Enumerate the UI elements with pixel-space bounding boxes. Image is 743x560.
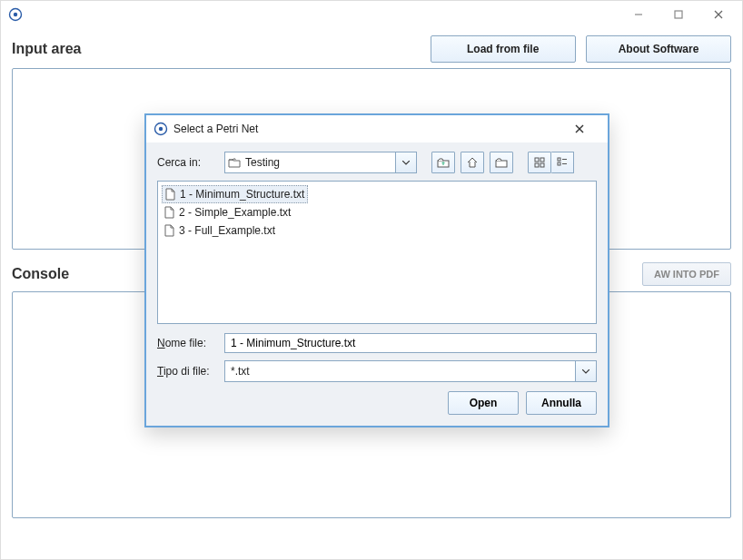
maximize-button[interactable] bbox=[659, 2, 698, 27]
chevron-down-icon[interactable] bbox=[575, 361, 596, 381]
cancel-button[interactable]: Annulla bbox=[526, 391, 597, 415]
home-button[interactable] bbox=[461, 152, 484, 173]
svg-rect-14 bbox=[535, 163, 539, 167]
grid-icon bbox=[534, 157, 545, 168]
list-view-button[interactable] bbox=[528, 152, 551, 173]
svg-rect-13 bbox=[540, 158, 544, 162]
draw-into-pdf-button[interactable]: AW INTO PDF bbox=[642, 262, 731, 286]
svg-rect-3 bbox=[675, 11, 682, 18]
chevron-down-icon[interactable] bbox=[395, 152, 416, 172]
minimize-button[interactable] bbox=[619, 2, 659, 27]
file-item[interactable]: 1 - Minimum_Structure.txt bbox=[162, 185, 308, 203]
look-in-combo[interactable]: Testing bbox=[224, 152, 417, 173]
file-type-combo[interactable]: *.txt bbox=[224, 360, 597, 382]
svg-rect-11 bbox=[496, 161, 507, 167]
file-type-value: *.txt bbox=[225, 365, 575, 378]
new-folder-button[interactable] bbox=[490, 152, 513, 173]
up-one-level-button[interactable] bbox=[431, 152, 455, 173]
app-icon bbox=[154, 122, 168, 136]
about-software-button[interactable]: About Software bbox=[586, 35, 731, 63]
dialog-title: Select a Petri Net bbox=[173, 123, 258, 135]
file-item[interactable]: 3 - Full_Example.txt bbox=[162, 221, 278, 240]
list-icon bbox=[557, 157, 568, 168]
file-icon bbox=[164, 206, 175, 219]
details-view-button[interactable] bbox=[551, 152, 574, 173]
load-from-file-button[interactable]: Load from file bbox=[431, 35, 576, 63]
file-item[interactable]: 2 - Simple_Example.txt bbox=[162, 203, 293, 221]
file-list[interactable]: 1 - Minimum_Structure.txt2 - Simple_Exam… bbox=[157, 181, 597, 324]
file-name-label: Nome file: bbox=[157, 337, 219, 349]
app-icon bbox=[8, 7, 23, 22]
svg-rect-16 bbox=[558, 158, 560, 161]
file-icon bbox=[164, 224, 175, 237]
folder-up-icon bbox=[437, 157, 450, 168]
close-button[interactable] bbox=[698, 2, 738, 27]
new-folder-icon bbox=[495, 157, 508, 168]
file-chooser-dialog: Select a Petri Net Cerca in: Testing bbox=[144, 113, 609, 427]
look-in-value: Testing bbox=[243, 156, 395, 169]
svg-rect-12 bbox=[535, 158, 539, 162]
console-title: Console bbox=[12, 266, 69, 282]
dialog-close-button[interactable] bbox=[575, 124, 600, 133]
file-name-input[interactable] bbox=[224, 333, 597, 353]
svg-rect-15 bbox=[540, 163, 544, 167]
file-type-label: Tipo di file: bbox=[157, 365, 219, 378]
input-area-title: Input area bbox=[12, 41, 81, 57]
svg-rect-18 bbox=[558, 162, 560, 165]
home-icon bbox=[467, 157, 478, 168]
main-titlebar bbox=[1, 1, 742, 28]
look-in-label: Cerca in: bbox=[157, 156, 219, 169]
folder-open-icon bbox=[225, 157, 243, 168]
svg-point-7 bbox=[159, 127, 163, 131]
main-window: Input area Load from file About Software… bbox=[0, 0, 743, 560]
file-icon bbox=[165, 188, 176, 201]
dialog-titlebar: Select a Petri Net bbox=[146, 115, 608, 142]
svg-point-1 bbox=[14, 13, 17, 16]
open-button[interactable]: Open bbox=[448, 391, 519, 415]
